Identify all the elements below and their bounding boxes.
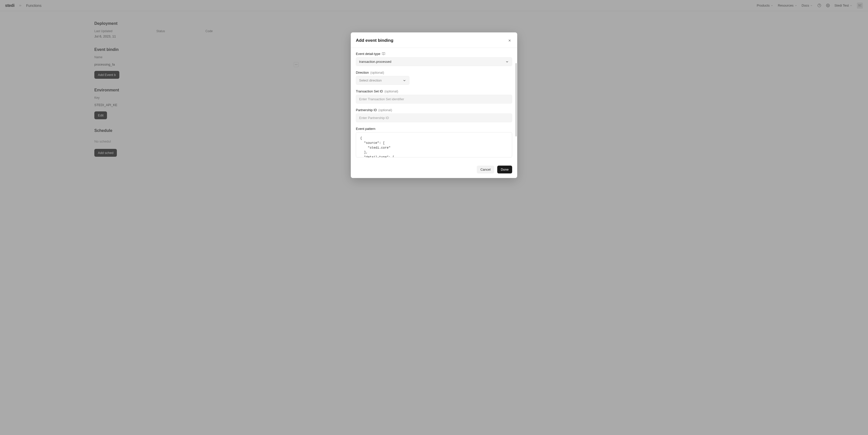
event-detail-type-label: Event detail-type	[356, 52, 512, 56]
partnership-id-optional: (optional)	[378, 108, 392, 112]
direction-label-text: Direction	[356, 70, 369, 75]
event-pattern-label-text: Event pattern	[356, 127, 375, 130]
transaction-set-id-group: Transaction Set ID (optional)	[356, 89, 512, 104]
transaction-set-id-label: Transaction Set ID (optional)	[356, 89, 512, 93]
direction-group: Direction (optional) Select direction	[356, 70, 512, 85]
add-event-binding-modal: Add event binding Event detail-type tran…	[351, 32, 517, 176]
event-pattern-group: Event pattern { "source": [ "stedi.core"…	[356, 127, 512, 157]
transaction-set-id-input[interactable]	[356, 95, 512, 104]
close-button[interactable]	[507, 38, 512, 43]
book-icon[interactable]	[382, 52, 385, 55]
modal-overlay[interactable]: Add event binding Event detail-type tran…	[0, 0, 868, 176]
modal-title: Add event binding	[356, 38, 393, 43]
partnership-id-input[interactable]	[356, 113, 512, 122]
direction-select[interactable]: Select direction	[356, 76, 409, 85]
done-button[interactable]: Done	[497, 166, 512, 173]
event-detail-type-value: transaction.processed	[359, 60, 391, 63]
event-pattern-code: { "source": [ "stedi.core" ], "detail-ty…	[356, 132, 512, 157]
event-detail-type-select[interactable]: transaction.processed	[356, 57, 512, 66]
chevron-down-icon	[403, 79, 406, 82]
event-detail-type-label-text: Event detail-type	[356, 52, 380, 56]
transaction-set-id-label-text: Transaction Set ID	[356, 89, 383, 93]
close-icon	[508, 39, 512, 42]
event-pattern-label: Event pattern	[356, 127, 512, 130]
modal-scrollbar[interactable]	[516, 63, 517, 137]
cancel-button[interactable]: Cancel	[477, 166, 494, 173]
direction-optional: (optional)	[370, 70, 384, 75]
partnership-id-label-text: Partnership ID	[356, 108, 377, 112]
modal-header: Add event binding	[351, 32, 517, 48]
modal-footer: Cancel Done	[351, 161, 517, 176]
partnership-id-group: Partnership ID (optional)	[356, 108, 512, 122]
direction-label: Direction (optional)	[356, 70, 512, 75]
transaction-set-id-optional: (optional)	[384, 89, 398, 93]
direction-placeholder: Select direction	[359, 79, 382, 82]
partnership-id-label: Partnership ID (optional)	[356, 108, 512, 112]
event-detail-type-group: Event detail-type transaction.processed	[356, 52, 512, 66]
chevron-down-icon	[505, 60, 509, 63]
modal-body: Event detail-type transaction.processed …	[351, 48, 517, 161]
